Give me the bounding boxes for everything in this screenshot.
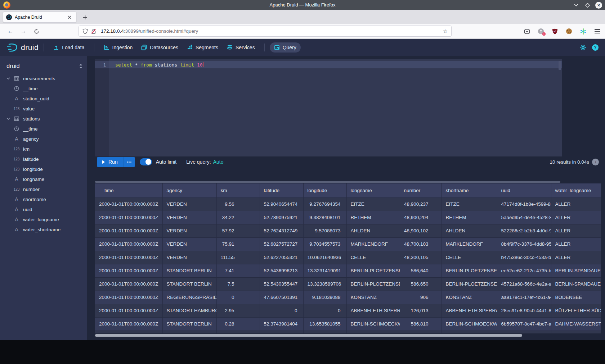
cell-longname[interactable]: RETHEM [346,211,400,224]
cell---time[interactable]: 2000-01-01T00:00:00.000Z [95,197,162,211]
cell-km[interactable]: 0.28 [216,317,260,331]
cell-agency[interactable]: REGIERUNGSPRÄSIDIUM [162,291,216,304]
live-query-value[interactable]: Auto [213,159,224,165]
cell-longname[interactable]: ABBENFLETH SPERRWER [346,304,400,317]
cell-uuid[interactable]: b475386c-30cc-453a-b3 [497,251,551,264]
bookmark-star-icon[interactable]: ☆ [443,28,448,35]
cell-longitude[interactable]: 9.7034557573 [303,237,346,251]
cell-longitude[interactable]: 13.3231419091 [303,264,346,277]
cell-uuid[interactable]: 8b4f9f7c-3376-4dd8-95c [497,237,551,251]
cell-longitude[interactable]: 9.2767694354 [303,197,346,211]
schema-item-km[interactable]: 123km [0,144,87,154]
sql-editor[interactable]: 1 select * from stations limit 10 [95,59,562,156]
url-bar[interactable]: 172.18.0.4:30899/unified-console.html#qu… [79,26,452,37]
shield-icon[interactable] [82,28,88,34]
cell-water-longname[interactable]: ALLER [551,211,601,224]
cell---time[interactable]: 2000-01-01T00:00:00.000Z [95,291,162,304]
cell-shortname[interactable]: CELLE [442,251,497,264]
cell-number[interactable]: 586,650 [400,277,442,291]
close-icon[interactable]: × [595,2,602,9]
cell-number[interactable]: 586,810 [400,317,442,331]
auto-limit-toggle[interactable] [140,158,152,165]
cell-uuid[interactable]: 5aaed954-de4e-4528-8f [497,211,551,224]
column-header-shortname[interactable]: shortname [442,183,497,197]
schema-item-stations[interactable]: stations [0,114,87,124]
cell-shortname[interactable]: RETHEM [442,211,497,224]
cell-uuid[interactable]: 6b595707-8c47-4bc7-a8 [497,317,551,331]
cell-agency[interactable]: VERDEN [162,251,216,264]
cell-agency[interactable]: VERDEN [162,224,216,237]
cell-number[interactable]: 48,700,103 [400,237,442,251]
run-button[interactable]: Run [97,157,124,167]
schema-item-water-shortname[interactable]: Awater_shortname [0,224,87,235]
cell-water-longname[interactable]: BÜTZFLETHER SÜDERE [551,304,601,317]
cell-latitude[interactable]: 52.7890975921 [260,211,303,224]
column-header-agency[interactable]: agency [162,183,216,197]
cell-water-longname[interactable]: ALLER [551,197,601,211]
minimize-icon[interactable] [573,2,579,8]
cell-uuid[interactable]: ee52ce62-212c-4735-b4 [497,264,551,277]
pocket-icon[interactable] [523,28,530,35]
cell-latitude[interactable]: 52.6227055321 [260,251,303,264]
new-tab-button[interactable] [81,13,89,22]
cell---time[interactable]: 2000-01-01T00:00:00.000Z [95,304,162,317]
cell-latitude[interactable]: 52.9040654474 [260,197,303,211]
column-header-latitude[interactable]: latitude [260,183,303,197]
cell-shortname[interactable]: BERLIN-PLOETZENSEE U [442,277,497,291]
cell-agency[interactable]: STANDORT BERLIN [162,317,216,331]
cell-number[interactable]: 48,300,105 [400,251,442,264]
cell-water-longname[interactable]: ALLER [551,251,601,264]
column-header-uuid[interactable]: uuid [497,183,551,197]
schema-item-station-uuid[interactable]: Astation_uuid [0,94,87,104]
cookie-icon[interactable] [565,28,573,35]
cell-longname[interactable]: BERLIN-SCHMOECKWITZ [346,317,400,331]
cell-agency[interactable]: STANDORT BERLIN [162,264,216,277]
cell-agency[interactable]: STANDORT BERLIN [162,277,216,291]
back-button[interactable]: ← [6,27,15,36]
cell-longitude[interactable]: 0 [303,304,346,317]
cell-km[interactable]: 75.91 [216,237,260,251]
cell-agency[interactable]: VERDEN [162,197,216,211]
cell-latitude[interactable]: 52.5430355447 [260,277,303,291]
insecure-lock-icon[interactable] [91,28,96,34]
cell-number[interactable]: 48,900,102 [400,224,442,237]
cell-water-longname[interactable]: BERLIN-SPANDAUER-S [551,264,601,277]
cell-uuid[interactable]: 45721a68-566c-4e2a-a6 [497,277,551,291]
cell-shortname[interactable]: EITZE [442,197,497,211]
cell-latitude[interactable]: 47.6607501391 [260,291,303,304]
sort-double-caret-icon[interactable] [79,64,83,69]
cell-shortname[interactable]: ABBENFLETH SPERRWER [442,304,497,317]
schema-item-number[interactable]: 123number [0,184,87,194]
cell---time[interactable]: 2000-01-01T00:00:00.000Z [95,211,162,224]
reload-button[interactable] [32,27,41,36]
cell-number[interactable]: 586,640 [400,264,442,277]
cell-km[interactable]: 34.22 [216,211,260,224]
schema-item-value[interactable]: 123value [0,104,87,114]
cell-km[interactable]: 9.56 [216,197,260,211]
cell-water-longname[interactable]: ALLER [551,237,601,251]
druid-brand[interactable]: druid [6,42,39,53]
run-more-button[interactable] [124,157,135,167]
schema-item-agency[interactable]: Aagency [0,134,87,144]
cell---time[interactable]: 2000-01-01T00:00:00.000Z [95,317,162,331]
cell-km[interactable]: 0 [216,291,260,304]
editor-scrollbar[interactable] [559,61,561,70]
cell-longitude[interactable]: 13.3238589706 [303,277,346,291]
column-header-km[interactable]: km [216,183,260,197]
nav-item-segments[interactable]: Segments [183,42,223,53]
cell-km[interactable]: 2.95 [216,304,260,317]
cell---time[interactable]: 2000-01-01T00:00:00.000Z [95,277,162,291]
cell-longname[interactable]: CELLE [346,251,400,264]
cell-latitude[interactable]: 52.6827572727 [260,237,303,251]
schema-item-water-longname[interactable]: Awater_longname [0,214,87,224]
schema-item-longname[interactable]: Alongname [0,174,87,184]
cell-uuid[interactable]: 522286e2-b2b3-4d0d-9a [497,224,551,237]
cell-longitude[interactable]: 9.3828408101 [303,211,346,224]
cell-km[interactable]: 7.41 [216,264,260,277]
cell-water-longname[interactable]: BERLIN-SPANDAUER-S [551,277,601,291]
cell---time[interactable]: 2000-01-01T00:00:00.000Z [95,251,162,264]
cell-number[interactable]: 126,013 [400,304,442,317]
nav-item-services[interactable]: Services [223,42,259,53]
tab-close-icon[interactable] [66,14,73,21]
cell-latitude[interactable]: 52.5436996213 [260,264,303,277]
